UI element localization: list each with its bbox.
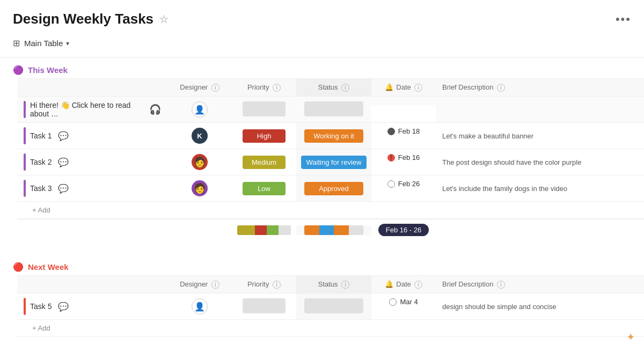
page: Design Weekly Tasks ☆ ••• ⊞ Main Table ▾… [0,0,644,352]
priority-cell-3[interactable]: Low [232,175,296,202]
task-cell-2: Task 2 💬 [17,149,167,175]
comment-icon-5[interactable]: 💬 [58,302,69,312]
status-cell-2[interactable]: Waiting for review [296,149,371,175]
designer-column-header: Designer i [167,79,232,97]
priority-info-icon-next[interactable]: i [273,281,281,289]
monday-icon: ✦ [626,331,635,343]
divider [0,246,644,254]
status-approved-badge: Approved [304,182,363,195]
date-cell-2: ! Feb 16 [371,149,436,166]
group-title-next-week: Next Week [28,262,69,272]
group-bar [24,101,26,118]
priority-bar-empty [279,225,291,235]
status-col-header-next: Status i [296,276,371,294]
desc-column-header: Brief Description i [436,79,644,97]
hi-task-cell: Hi there! 👋 Click here to read about … 🎧 [17,97,167,122]
bell-icon-next: 🔔 [385,280,393,288]
comment-icon[interactable]: 💬 [58,184,69,194]
star-icon[interactable]: ☆ [159,13,169,26]
group-bar [24,180,26,197]
desc-info-icon-next[interactable]: i [497,281,505,289]
priority-cell-2[interactable]: Medium [232,149,296,175]
date-text-3: Feb 26 [398,180,420,188]
date-indicator-empty [387,180,395,188]
table-row[interactable]: Task 2 💬 🧑 Medium Waiting [17,149,644,175]
date-info-icon[interactable]: i [414,84,422,92]
main-table-button[interactable]: Main Table ▾ [24,39,69,48]
desc-cell-hi [436,97,644,123]
priority-high-badge: High [243,129,286,143]
more-options-icon[interactable]: ••• [616,12,631,26]
table-row[interactable]: Hi there! 👋 Click here to read about … 🎧… [17,97,644,123]
task-cell-3: Task 3 💬 [17,175,167,201]
column-headers: Designer i Priority i Status i [17,79,644,97]
desc-info-icon[interactable]: i [497,84,505,92]
designer-info-icon[interactable]: i [211,84,219,92]
designer-cell-hi: 👤 [167,97,232,123]
status-empty-5 [304,298,363,313]
date-cell-1: Feb 18 [371,123,436,140]
group-bar [24,127,26,144]
status-summary-bar [304,225,363,235]
avatar-k: K [192,128,208,144]
designer-col-header-next: Designer i [167,276,232,294]
avatar-placeholder-5: 👤 [192,298,208,314]
priority-empty-5 [243,298,286,313]
date-indicator-dark [387,128,395,135]
status-cell-3[interactable]: Approved [296,175,371,202]
avatar-placeholder: 👤 [192,101,208,118]
priority-cell-5 [232,294,296,320]
comment-icon[interactable]: 💬 [58,131,69,141]
add-button-next-week[interactable]: + Add [24,324,638,332]
group-toggle-this-week[interactable]: 🟣 [13,65,24,75]
date-column-header: 🔔 Date i [371,79,436,97]
comment-icon[interactable]: 💬 [58,157,69,167]
date-cell-hi [371,97,436,105]
date-range-badge: Feb 16 - 26 [378,224,429,236]
date-indicator-5 [389,298,397,306]
title-text: Design Weekly Tasks [13,11,153,27]
status-empty [304,101,363,116]
content: 🟣 This Week Designer i Priority [0,57,644,337]
task-cell-1: Task 1 💬 [17,123,167,149]
status-info-icon[interactable]: i [341,84,349,92]
priority-cell-hi [232,97,296,123]
designer-cell-1: K [167,123,232,149]
status-cell-hi [296,97,371,123]
priority-medium-badge: Medium [243,156,286,169]
task-column-header [17,79,167,97]
status-waiting-badge: Waiting for review [301,156,367,169]
status-bar-approved [334,225,349,235]
table-row[interactable]: Task 1 💬 K High Working on [17,123,644,149]
status-bar-working [304,225,319,235]
add-row-this-week: + Add [17,202,644,219]
page-title: Design Weekly Tasks ☆ [13,11,169,27]
priority-low-badge: Low [243,182,286,195]
header: Design Weekly Tasks ☆ ••• [0,0,644,34]
group-title-this-week: This Week [28,65,68,75]
status-cell-1[interactable]: Working on it [296,123,371,149]
designer-info-icon-next[interactable]: i [211,281,219,289]
add-row-next-week: + Add [17,320,644,337]
task-name-1: Task 1 [30,131,52,140]
table-row[interactable]: Task 3 💬 🧑 Low Approved [17,175,644,202]
date-text-5: Mar 4 [400,298,418,306]
table-row[interactable]: Task 5 💬 👤 [17,294,644,320]
date-cell-5: Mar 4 [371,294,436,310]
status-info-icon-next[interactable]: i [341,281,349,289]
priority-info-icon[interactable]: i [273,84,281,92]
date-info-icon-next[interactable]: i [414,281,422,289]
main-table-label: Main Table [24,39,63,48]
status-working-badge: Working on it [304,129,363,143]
group-bar-red [24,298,26,315]
group-toggle-next-week[interactable]: 🔴 [13,262,24,272]
add-button-this-week[interactable]: + Add [24,206,638,214]
group-bar [24,153,26,171]
designer-cell-5: 👤 [167,294,232,320]
table-icon: ⊞ [13,38,20,48]
priority-cell-1[interactable]: High [232,123,296,149]
task-col-header-next [17,276,167,294]
avatar-3: 🧑 [192,180,208,196]
this-week-table: Designer i Priority i Status i [17,78,644,219]
task-cell-5: Task 5 💬 [17,294,167,319]
